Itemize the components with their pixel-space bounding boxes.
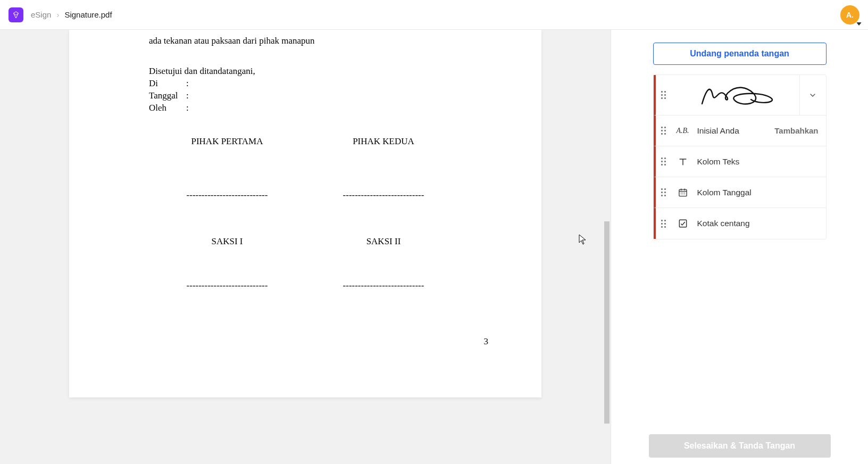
avatar-initial: A. bbox=[846, 11, 854, 19]
pdf-page[interactable]: ada tekanan atau paksaan dari pihak mana… bbox=[69, 30, 541, 397]
svg-rect-1 bbox=[679, 220, 686, 227]
user-avatar[interactable]: A. bbox=[840, 5, 859, 24]
doc-field-colon: : bbox=[186, 102, 189, 114]
witness-second-label: SAKSI II bbox=[305, 236, 462, 248]
app-logo-icon bbox=[9, 7, 23, 22]
doc-text: Disetujui dan ditandatangani, bbox=[149, 65, 462, 78]
tool-date-field[interactable]: Kolom Tanggal bbox=[654, 177, 826, 208]
tool-add-action[interactable]: Tambahkan bbox=[774, 126, 818, 135]
avatar-dropdown-icon bbox=[856, 22, 862, 26]
signature-line: --------------------------- bbox=[149, 189, 305, 202]
breadcrumb-file: Signature.pdf bbox=[64, 10, 112, 19]
document-canvas[interactable]: ada tekanan atau paksaan dari pihak mana… bbox=[0, 30, 611, 464]
doc-field-row: Di : bbox=[149, 78, 462, 90]
tool-text-field[interactable]: Kolom Teks bbox=[654, 146, 826, 177]
doc-field-colon: : bbox=[186, 90, 189, 102]
tool-label: Kotak centang bbox=[697, 219, 819, 228]
tool-checkbox[interactable]: Kotak centang bbox=[654, 208, 826, 239]
tool-label: Kolom Teks bbox=[697, 157, 819, 167]
witness-first-label: SAKSI I bbox=[149, 236, 305, 248]
signature-expand-button[interactable] bbox=[799, 75, 826, 115]
signature-line: --------------------------- bbox=[305, 189, 462, 202]
signature-line: --------------------------- bbox=[149, 280, 305, 292]
breadcrumb-separator-icon: › bbox=[56, 10, 59, 19]
scrollbar[interactable] bbox=[603, 30, 611, 464]
finish-sign-button[interactable]: Selesaikan & Tanda Tangan bbox=[649, 434, 831, 458]
tool-signature[interactable] bbox=[654, 75, 826, 115]
doc-field-colon: : bbox=[186, 78, 189, 90]
tool-initials[interactable]: A.B. Inisial Anda Tambahkan bbox=[654, 115, 826, 146]
breadcrumb: eSign › Signature.pdf bbox=[31, 10, 112, 19]
page-number: 3 bbox=[484, 336, 489, 348]
signature-preview-icon bbox=[677, 80, 799, 110]
scrollbar-thumb[interactable] bbox=[604, 221, 610, 424]
text-icon bbox=[677, 156, 689, 167]
app-header: eSign › Signature.pdf A. bbox=[0, 0, 868, 30]
tool-label: Kolom Tanggal bbox=[697, 188, 819, 197]
doc-text: ada tekanan atau paksaan dari pihak mana… bbox=[149, 35, 462, 47]
doc-field-label: Di bbox=[149, 78, 186, 90]
doc-field-label: Oleh bbox=[149, 102, 186, 114]
chevron-down-icon bbox=[808, 91, 817, 100]
signature-line: --------------------------- bbox=[305, 280, 462, 292]
doc-field-row: Tanggal : bbox=[149, 90, 462, 102]
breadcrumb-app[interactable]: eSign bbox=[31, 10, 51, 19]
drag-handle-icon[interactable] bbox=[661, 158, 670, 165]
invite-signers-button[interactable]: Undang penanda tangan bbox=[653, 43, 827, 65]
drag-handle-icon[interactable] bbox=[661, 91, 670, 99]
party-second-label: PIHAK KEDUA bbox=[305, 136, 462, 148]
party-first-label: PIHAK PERTAMA bbox=[149, 136, 305, 148]
tools-sidebar: Undang penanda tangan A.B. Inisial Anda … bbox=[611, 30, 868, 464]
initials-icon: A.B. bbox=[677, 127, 689, 135]
drag-handle-icon[interactable] bbox=[661, 188, 670, 196]
doc-field-row: Oleh : bbox=[149, 102, 462, 114]
tool-label: Inisial Anda bbox=[697, 126, 775, 136]
drag-handle-icon[interactable] bbox=[661, 127, 670, 135]
checkbox-icon bbox=[677, 218, 689, 229]
calendar-icon bbox=[677, 187, 689, 198]
doc-field-label: Tanggal bbox=[149, 90, 186, 102]
tool-list: A.B. Inisial Anda Tambahkan Kolom Teks bbox=[653, 74, 827, 239]
drag-handle-icon[interactable] bbox=[661, 220, 670, 228]
